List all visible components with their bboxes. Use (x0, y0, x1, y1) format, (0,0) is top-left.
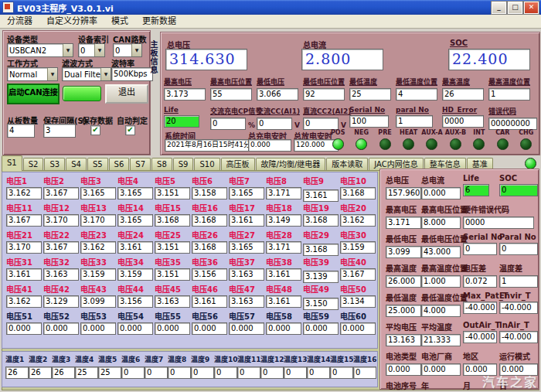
dropdown-value: 0 (79, 46, 94, 55)
led-row: POSNEGPREHEATAUX-AAUX-BINTCARCHG (326, 129, 538, 150)
cell-voltage-40: 电压403.167 (340, 256, 377, 283)
cell-voltage-value: 3.156 (117, 295, 153, 308)
led-indicator (497, 138, 509, 150)
sub-field: 电压差0.072 (463, 262, 499, 288)
chevron-down-icon[interactable]: ▼ (63, 44, 73, 56)
sub-field-label: Serial No (463, 233, 499, 241)
save-data-checkbox[interactable]: ✔ (90, 125, 100, 135)
tab-S1[interactable]: S1 (2, 155, 22, 171)
device-dropdown[interactable]: 0▼ (78, 43, 105, 57)
maximize-button[interactable]: □ (508, 2, 522, 14)
sub-field: 硬件错误代码0000 (463, 203, 499, 229)
menu-item-1[interactable]: 分流器 (0, 15, 39, 28)
tab-S2[interactable]: S2 (23, 158, 44, 171)
cell-voltage-label: 电压15 (155, 202, 192, 213)
tab-版本读取[interactable]: 版本读取 (326, 158, 368, 171)
led-indicator (520, 138, 532, 150)
device-dropdown[interactable]: USBCAN2▼ (7, 43, 73, 57)
cell-voltage-39: 电压393.139 (303, 256, 340, 283)
tab-strip-led (525, 158, 536, 169)
device-text-field[interactable]: 500Kbps (111, 67, 153, 81)
chevron-down-icon[interactable]: ▼ (100, 68, 111, 80)
tab-S10[interactable]: S10 (194, 158, 219, 171)
cell-voltage-label: 电压48 (266, 283, 303, 295)
tab-S8[interactable]: S8 (151, 158, 172, 171)
sub-board-panel: 总电压157.960总电流0.000Life6SOC0最高电压3.171最高电压… (379, 169, 539, 390)
sub-field-value: 21.333 (421, 334, 461, 346)
cell-voltage-value: 0.000 (340, 322, 376, 335)
close-button[interactable]: ✕ (524, 2, 539, 14)
tab-S7[interactable]: S7 (130, 158, 151, 171)
menu-item-3[interactable]: 模式 (104, 15, 135, 28)
device-dropdown[interactable]: Dual Filter▼ (62, 67, 111, 81)
cell-voltage-value: 3.168 (192, 241, 227, 254)
tab-S6[interactable]: S6 (109, 158, 130, 171)
cell-voltage-value: 0.000 (117, 322, 153, 335)
board-field: Serial No100 (349, 106, 396, 129)
board-field-value: 1 (396, 115, 433, 128)
tab-故障/均衡/继电器[interactable]: 故障/均衡/继电器 (256, 158, 326, 171)
save-interval-input[interactable]: 3 (43, 124, 76, 138)
board-field: 直流CC2(AI2)0V (303, 106, 349, 129)
device-dropdown[interactable]: Normal▼ (7, 67, 58, 81)
cell-voltage-54: 电压540.000 (117, 310, 155, 337)
sub-field: 电池类型0.000 (386, 350, 421, 376)
board-field-value: 0.000 (248, 139, 291, 152)
chevron-down-icon[interactable]: ▼ (47, 68, 57, 80)
cell-voltage-value: 0.000 (303, 322, 339, 335)
cell-voltage-value: 3.168 (303, 244, 339, 256)
cell-voltage-26: 电压263.168 (192, 229, 229, 256)
cell-voltage-23: 电压233.162 (80, 229, 117, 256)
cell-voltage-48: 电压483.161 (266, 283, 303, 310)
sub-field-value: 13.163 (386, 334, 421, 346)
chevron-down-icon[interactable]: ▼ (131, 44, 141, 56)
sub-field-label: 最高电压位置 (421, 203, 463, 215)
cell-voltage-value: 3.134 (340, 295, 376, 308)
board-field-value: 26 (442, 88, 484, 101)
tab-高压板[interactable]: 高压板 (221, 158, 255, 171)
cell-voltage-value: 3.170 (43, 214, 79, 227)
cell-voltage-label: 电压23 (80, 229, 117, 240)
sub-field-value: 26.000 (386, 275, 421, 288)
led-label: CHG (515, 129, 538, 136)
board-field-value: 0000 (442, 115, 484, 128)
chevron-down-icon[interactable]: ▼ (94, 44, 104, 56)
sub-field: 最低温度位置4.000 (421, 291, 463, 317)
cell-voltage-label: 电压26 (192, 229, 229, 240)
auto-judge-checkbox[interactable]: ✔ (125, 125, 135, 135)
menu-item-2[interactable]: 自定义分辨率 (39, 15, 104, 28)
minimize-button[interactable]: _ (492, 2, 506, 14)
device-dropdown[interactable]: 0▼ (113, 43, 142, 57)
temp-label: 温度9 (191, 354, 214, 364)
cell-voltage-12: 电压123.170 (43, 202, 80, 229)
cell-voltage-label: 电压42 (43, 283, 80, 295)
cell-voltage-25: 电压253.151 (155, 229, 192, 256)
sub-field-label: 硬件错误代码 (463, 203, 499, 215)
tab-S4[interactable]: S4 (66, 158, 87, 171)
cell-voltage-value: 3.163 (155, 295, 190, 308)
sub-field-label: 总电压 (386, 174, 421, 186)
exit-button[interactable]: 退出 (105, 84, 148, 104)
board-field-label: 错误代码 (488, 106, 535, 116)
tab-S5[interactable]: S5 (87, 158, 108, 171)
device-settings-panel: 设备类型USBCAN2▼设备索引0▼CAN路数0▼工作方式Normal▼滤波方式… (2, 30, 151, 155)
cell-voltage-31: 电压313.161 (6, 256, 43, 283)
cell-voltage-value: 0.000 (155, 322, 190, 335)
cell-voltage-42: 电压423.129 (43, 283, 80, 310)
temp-value: 0 (121, 366, 145, 379)
sub-field: 最高电压位置8.000 (421, 203, 463, 229)
cell-voltage-value: 3.150 (303, 298, 339, 310)
sub-field-value: -40.000 (463, 331, 497, 343)
menu-item-4[interactable]: 更新数据 (135, 15, 183, 28)
temp-value: 26 (52, 366, 75, 379)
tab-S3[interactable]: S3 (44, 158, 65, 171)
led-indicator (450, 138, 461, 150)
tab-S9[interactable]: S9 (173, 158, 194, 171)
cell-voltage-label: 电压51 (6, 310, 43, 322)
cell-voltage-35: 电压353.151 (155, 256, 192, 283)
cell-voltage-8: 电压83.171 (266, 175, 303, 202)
cell-voltage-label: 电压12 (43, 202, 80, 213)
start-can-button[interactable]: 启动CAN连接 (7, 84, 60, 104)
cell-voltage-17: 电压173.161 (229, 202, 266, 229)
slave-count-input[interactable]: 4 (7, 124, 35, 138)
